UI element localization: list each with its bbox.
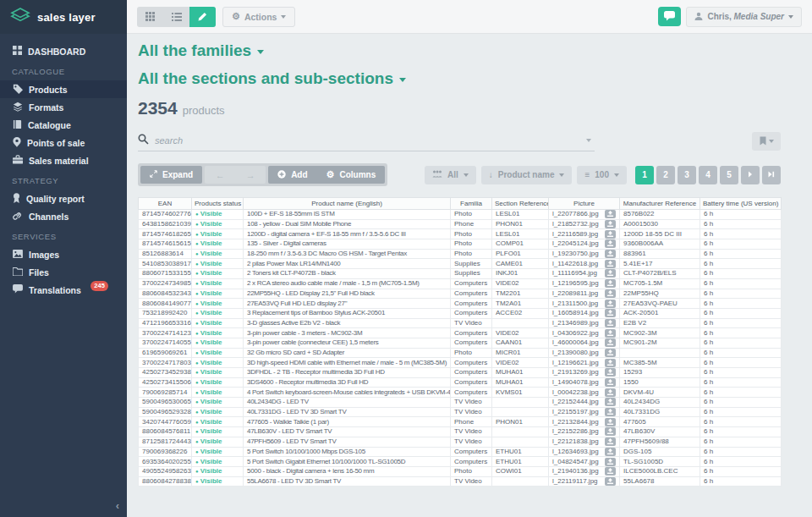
cell-status[interactable]: ● Visible bbox=[192, 318, 244, 328]
cell-section-reference[interactable] bbox=[492, 407, 549, 417]
cell-familia[interactable]: Computers bbox=[451, 377, 492, 388]
search-options-caret[interactable] bbox=[586, 139, 591, 142]
cell-section-reference[interactable]: MICR01 bbox=[492, 348, 549, 358]
cell-status[interactable]: ● Visible bbox=[192, 328, 244, 338]
cell-product-name[interactable]: 477605 - Walkie Talkie (1 par) bbox=[244, 417, 451, 427]
logo[interactable]: sales layer bbox=[0, 0, 127, 34]
cell-section-reference[interactable]: TM2A01 bbox=[492, 299, 549, 309]
image-upload-icon[interactable] bbox=[605, 289, 616, 298]
image-upload-icon[interactable] bbox=[605, 338, 616, 347]
cell-battery-time[interactable]: 6 h bbox=[700, 259, 782, 269]
cell-battery-time[interactable]: 6 h bbox=[700, 299, 782, 309]
image-upload-icon[interactable] bbox=[605, 378, 616, 387]
cell-picture[interactable]: l_21852732.jpg bbox=[549, 219, 620, 229]
image-upload-icon[interactable] bbox=[605, 210, 616, 218]
image-upload-icon[interactable] bbox=[605, 437, 616, 446]
cell-status[interactable]: ● Visible bbox=[192, 278, 244, 289]
cell-manufacturer-reference[interactable]: 55LA6678 bbox=[620, 476, 700, 487]
cell-manufacturer-reference[interactable]: 22MP55HQ bbox=[620, 289, 700, 299]
cell-ean[interactable]: 3420744776059 bbox=[139, 417, 192, 427]
cell-product-name[interactable]: 2 Toners kit CLT-P4072B - black bbox=[244, 269, 451, 279]
cell-ean[interactable]: 790069285714 bbox=[139, 388, 192, 398]
cell-section-reference[interactable] bbox=[492, 318, 549, 328]
cell-picture[interactable]: l_22152444.jpg bbox=[549, 398, 620, 408]
cell-familia[interactable]: Computers bbox=[451, 289, 492, 299]
cell-product-name[interactable]: 22MP55HQ - LED Display 21,5" Full HD bla… bbox=[244, 289, 451, 299]
cell-product-name[interactable]: 55LA6678 - LED TV 3D Smart TV bbox=[244, 476, 451, 487]
cell-manufacturer-reference[interactable]: 9360B006AA bbox=[620, 239, 700, 250]
column-header-2[interactable]: Product name (English) bbox=[244, 198, 451, 210]
cell-product-name[interactable]: 47PFH5609 - LED TV Smart TV bbox=[244, 437, 451, 447]
cell-battery-time[interactable]: 6 h bbox=[700, 229, 782, 239]
cell-manufacturer-reference[interactable]: MC385-5M bbox=[620, 358, 700, 368]
cell-familia[interactable]: TV Video bbox=[451, 398, 492, 408]
column-header-4[interactable]: Section Reference bbox=[492, 198, 549, 210]
cell-ean[interactable]: 8806084532343 bbox=[139, 289, 192, 299]
cell-status[interactable]: ● Visible bbox=[192, 388, 244, 398]
cell-ean[interactable]: 4712196653316 bbox=[139, 318, 192, 328]
table-row[interactable]: 753218992420● Visible3 Replacement tips … bbox=[139, 308, 782, 318]
cell-manufacturer-reference[interactable]: 883961 bbox=[620, 249, 700, 259]
table-row[interactable]: 619659069261● Visible32 Gb micro SD card… bbox=[139, 348, 782, 358]
cell-manufacturer-reference[interactable]: DGS-105 bbox=[620, 447, 700, 457]
cell-section-reference[interactable] bbox=[492, 427, 549, 437]
image-upload-icon[interactable] bbox=[605, 448, 616, 456]
cell-picture[interactable]: l_22045124.jpg bbox=[549, 239, 620, 250]
cell-ean[interactable]: 6935364020255 bbox=[139, 457, 192, 467]
saved-search-button[interactable] bbox=[752, 132, 781, 151]
cell-section-reference[interactable]: CAME01 bbox=[492, 259, 549, 269]
cell-battery-time[interactable]: 6 h bbox=[700, 249, 782, 259]
redo-arrow-button[interactable]: → bbox=[235, 166, 266, 184]
cell-familia[interactable]: Computers bbox=[451, 308, 492, 318]
cell-battery-time[interactable]: 6 h bbox=[700, 278, 782, 289]
cell-battery-time[interactable]: 6 h bbox=[700, 427, 782, 437]
cell-picture[interactable]: l_12196621.jpg bbox=[549, 358, 620, 368]
cell-status[interactable]: ● Visible bbox=[192, 407, 244, 417]
cell-ean[interactable]: 8806084576811 bbox=[139, 427, 192, 437]
cell-section-reference[interactable]: VIDE02 bbox=[492, 328, 549, 338]
image-upload-icon[interactable] bbox=[605, 349, 616, 357]
cell-product-name[interactable]: 3-pin power cable - 3 meters - MC902-3M bbox=[244, 328, 451, 338]
cell-battery-time[interactable]: 6 h bbox=[700, 476, 782, 487]
cell-status[interactable]: ● Visible bbox=[192, 269, 244, 279]
cell-ean[interactable]: 8806071533155 bbox=[139, 269, 192, 279]
cell-battery-time[interactable]: 6 h bbox=[700, 368, 782, 378]
cell-manufacturer-reference[interactable]: A00015030 bbox=[620, 219, 700, 229]
table-row[interactable]: 8714574618265● Visible1200D - digital ca… bbox=[139, 229, 782, 239]
cell-battery-time[interactable]: 6 h bbox=[700, 210, 782, 220]
cell-product-name[interactable]: 47LB630V - LED TV Smart TV bbox=[244, 427, 451, 437]
cell-manufacturer-reference[interactable]: 47LB630V bbox=[620, 427, 700, 437]
undo-arrow-button[interactable]: ← bbox=[205, 166, 235, 184]
cell-product-name[interactable]: 27EA53VQ Full HD LED display 27" bbox=[244, 299, 451, 309]
page-button-2[interactable]: 2 bbox=[656, 166, 675, 184]
image-upload-icon[interactable] bbox=[605, 250, 616, 258]
table-row[interactable]: 4712196653316● Visible3-D glasses Active… bbox=[139, 318, 782, 328]
cell-ean[interactable]: 5900496529328 bbox=[139, 407, 192, 417]
cell-ean[interactable]: 6438158621039 bbox=[139, 219, 192, 229]
cell-section-reference[interactable]: ACCE02 bbox=[492, 308, 549, 318]
cell-manufacturer-reference[interactable]: TL-SG1005D bbox=[620, 457, 700, 467]
cell-product-name[interactable]: 2 x RCA stereo audio cable male / male -… bbox=[244, 278, 451, 289]
column-header-0[interactable]: EAN bbox=[139, 198, 192, 210]
table-row[interactable]: 8714574602776● Visible100D + EF-S 18-55m… bbox=[139, 210, 782, 220]
sidebar-item-images[interactable]: Images bbox=[0, 245, 127, 263]
cell-picture[interactable]: l_21913269.jpg bbox=[549, 368, 620, 378]
cell-battery-time[interactable]: 6 h bbox=[700, 328, 782, 338]
cell-ean[interactable]: 5410853038917 bbox=[139, 259, 192, 269]
cell-status[interactable]: ● Visible bbox=[192, 476, 244, 487]
cell-manufacturer-reference[interactable]: ILCE5000LB.CEC bbox=[620, 466, 700, 476]
cell-section-reference[interactable]: VIDE02 bbox=[492, 358, 549, 368]
cell-picture[interactable]: l_14904078.jpg bbox=[549, 377, 620, 388]
cell-picture[interactable]: l_00042238.jpg bbox=[549, 388, 620, 398]
cell-familia[interactable]: TV Video bbox=[451, 437, 492, 447]
cell-section-reference[interactable]: COMP01 bbox=[492, 239, 549, 250]
cell-familia[interactable]: Computers bbox=[451, 338, 492, 348]
cell-picture[interactable]: l_12196595.jpg bbox=[549, 278, 620, 289]
cell-ean[interactable]: 5900496530065 bbox=[139, 398, 192, 408]
table-row[interactable]: 8806084278838● Visible55LA6678 - LED TV … bbox=[139, 476, 782, 487]
cell-manufacturer-reference[interactable] bbox=[620, 348, 700, 358]
cell-ean[interactable]: 3700224734985 bbox=[139, 278, 192, 289]
families-filter[interactable]: All the families bbox=[138, 41, 812, 60]
cell-manufacturer-reference[interactable]: 40L7331DG bbox=[620, 407, 700, 417]
cell-familia[interactable]: TV Video bbox=[451, 407, 492, 417]
